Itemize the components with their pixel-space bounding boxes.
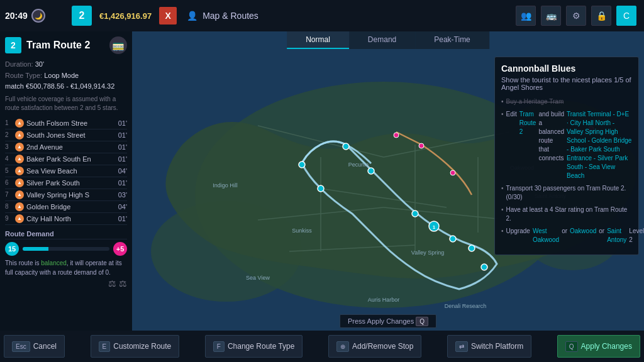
svg-text:Auris Harbor: Auris Harbor bbox=[368, 297, 400, 303]
list-item: Have at least a 4 Star rating on Tram Ro… bbox=[501, 206, 632, 223]
cancel-key: Esc bbox=[12, 341, 30, 352]
nav-title-text: Map & Routes bbox=[203, 11, 258, 21]
apply-changes-button[interactable]: Q Apply Changes bbox=[557, 335, 640, 358]
svg-point-30 bbox=[469, 245, 475, 251]
balance-note: This route is balanced, it will operate … bbox=[5, 258, 127, 277]
svg-point-27 bbox=[368, 168, 374, 174]
list-item: Upgrade West Oakwood or Oakwood or Saint… bbox=[501, 227, 632, 244]
list-item: 2 ▲ South Jones Street 01' bbox=[5, 129, 127, 141]
svg-point-36 bbox=[394, 133, 399, 138]
svg-point-25 bbox=[318, 185, 324, 192]
list-item: 9 ▲ City Hall North 01' bbox=[5, 213, 127, 225]
stop-dot: ▲ bbox=[15, 143, 24, 151]
add-remove-stop-button[interactable]: ⊕ Add/Remove Stop bbox=[328, 335, 421, 358]
svg-point-31 bbox=[481, 264, 487, 270]
svg-text:1: 1 bbox=[433, 224, 436, 230]
time-section: 20:49 🌙 bbox=[0, 9, 69, 23]
duration-value: 30' bbox=[35, 60, 44, 68]
lock-icon[interactable]: 🔒 bbox=[591, 6, 611, 26]
list-item: 6 ▲ Silver Park South 01' bbox=[5, 177, 127, 189]
stop-dot: ▲ bbox=[15, 202, 24, 211]
transport-icon[interactable]: 🚌 bbox=[541, 6, 561, 26]
change-route-key: F bbox=[213, 341, 225, 352]
cancel-label: Cancel bbox=[33, 342, 57, 351]
list-item: 1 ▲ South Folsom Stree 01' bbox=[5, 118, 127, 129]
stop-dot: ▲ bbox=[15, 131, 24, 140]
stop-dot: ▲ bbox=[15, 190, 24, 199]
svg-text:Sunkiss: Sunkiss bbox=[292, 228, 312, 234]
svg-text:Sea View: Sea View bbox=[246, 275, 270, 281]
switch-platform-icon: ⇄ bbox=[455, 341, 468, 352]
change-route-type-button[interactable]: F Change Route Type bbox=[205, 335, 303, 358]
left-panel: 2 Tram Route 2 🚃 Duration: 30' Route Typ… bbox=[0, 31, 132, 331]
apply-changes-label: Apply Changes bbox=[581, 342, 632, 351]
demand-high-badge: +5 bbox=[113, 242, 127, 256]
svg-point-28 bbox=[412, 211, 418, 217]
customize-key: E bbox=[99, 341, 111, 352]
money-display: €1,426,916.97 bbox=[94, 11, 157, 21]
nav-title: 👤 Map & Routes bbox=[179, 11, 508, 21]
demand-bar-container: 15 +5 bbox=[5, 242, 127, 256]
add-remove-label: Add/Remove Stop bbox=[352, 342, 413, 351]
apply-key: Q bbox=[565, 341, 578, 352]
stop-dot: ▲ bbox=[15, 155, 24, 163]
svg-text:Denali Research: Denali Research bbox=[445, 303, 487, 309]
stop-dot: ▲ bbox=[15, 119, 24, 128]
balance-icons: ⚖ ⚖ bbox=[5, 278, 127, 288]
stop-dot: ▲ bbox=[15, 167, 24, 175]
tab-normal[interactable]: Normal bbox=[287, 31, 349, 49]
list-item: 3 ▲ 2nd Avenue 01' bbox=[5, 141, 127, 153]
stop-dot: ▲ bbox=[15, 214, 24, 223]
list-item: Edit Tram Route 2 and build a balanced r… bbox=[501, 110, 632, 180]
match-range: match €500,788.56 - €1,049,914.32 bbox=[5, 82, 114, 90]
tab-demand[interactable]: Demand bbox=[349, 31, 415, 49]
customize-route-button[interactable]: E Customize Route bbox=[91, 335, 180, 358]
close-button[interactable]: X bbox=[159, 7, 177, 25]
info-box-title: Cannonball Blues bbox=[501, 63, 632, 74]
bottom-bar: Esc Cancel E Customize Route F Change Ro… bbox=[0, 331, 644, 362]
map-area: Normal Demand Peak-Time bbox=[132, 31, 644, 331]
switch-platform-button[interactable]: ⇄ Switch Platform bbox=[447, 335, 531, 358]
route-title: Tram Route 2 bbox=[26, 40, 90, 51]
svg-text:Valley Spring: Valley Spring bbox=[411, 250, 444, 256]
apply-hint-text: Press Apply Changes bbox=[348, 317, 414, 325]
top-bar: 20:49 🌙 2 €1,426,916.97 X 👤 Map & Routes… bbox=[0, 0, 644, 31]
route-demand-label: Route Demand bbox=[5, 230, 127, 239]
map-tabs: Normal Demand Peak-Time bbox=[287, 31, 489, 49]
info-box: Cannonball Blues Show the tourist to the… bbox=[494, 57, 639, 255]
demand-low-badge: 15 bbox=[5, 242, 19, 256]
time-display: 20:49 bbox=[5, 11, 28, 21]
list-item: Transport 30 passengers on Tram Route 2.… bbox=[501, 184, 632, 202]
demand-bar bbox=[23, 247, 109, 251]
list-item: 4 ▲ Baker Park South En 01' bbox=[5, 153, 127, 165]
top-route-badge: 2 bbox=[72, 6, 92, 26]
route-info: Duration: 30' Route Type: Loop Mode matc… bbox=[5, 59, 127, 92]
tram-icon: 🚃 bbox=[109, 36, 127, 54]
route-note: Full vehicle coverage is assumed with a … bbox=[5, 95, 127, 112]
customize-label: Customize Route bbox=[113, 342, 171, 351]
svg-text:Indigo Hill: Indigo Hill bbox=[213, 182, 238, 189]
apply-hint-key: Q bbox=[416, 317, 428, 326]
change-route-label: Change Route Type bbox=[228, 342, 295, 351]
passengers-icon[interactable]: 👥 bbox=[516, 6, 536, 26]
list-item: Buy a Heritage Tram bbox=[501, 97, 632, 106]
map-icon: 👤 bbox=[187, 11, 197, 21]
task-list: Buy a Heritage Tram Edit Tram Route 2 an… bbox=[501, 97, 632, 244]
switch-platform-label: Switch Platform bbox=[471, 342, 523, 351]
settings-icon[interactable]: ⚙ bbox=[566, 6, 586, 26]
balanced-label: balanced bbox=[41, 260, 67, 266]
tab-peak-time[interactable]: Peak-Time bbox=[415, 31, 489, 49]
svg-point-26 bbox=[299, 162, 305, 168]
demand-bar-fill bbox=[23, 247, 48, 251]
profile-icon[interactable]: C bbox=[616, 6, 636, 26]
stop-list: 1 ▲ South Folsom Stree 01' 2 ▲ South Jon… bbox=[5, 118, 127, 225]
svg-point-37 bbox=[419, 143, 424, 148]
stop-dot: ▲ bbox=[15, 178, 24, 187]
svg-point-29 bbox=[450, 236, 456, 242]
route-type-value: Loop Mode bbox=[44, 72, 79, 79]
route-number-badge: 2 bbox=[5, 37, 21, 53]
add-remove-icon: ⊕ bbox=[336, 341, 349, 352]
list-item: 7 ▲ Valley Spring High S 03' bbox=[5, 189, 127, 201]
cancel-button[interactable]: Esc Cancel bbox=[4, 335, 65, 358]
apply-hint: Press Apply Changes Q bbox=[340, 314, 436, 328]
